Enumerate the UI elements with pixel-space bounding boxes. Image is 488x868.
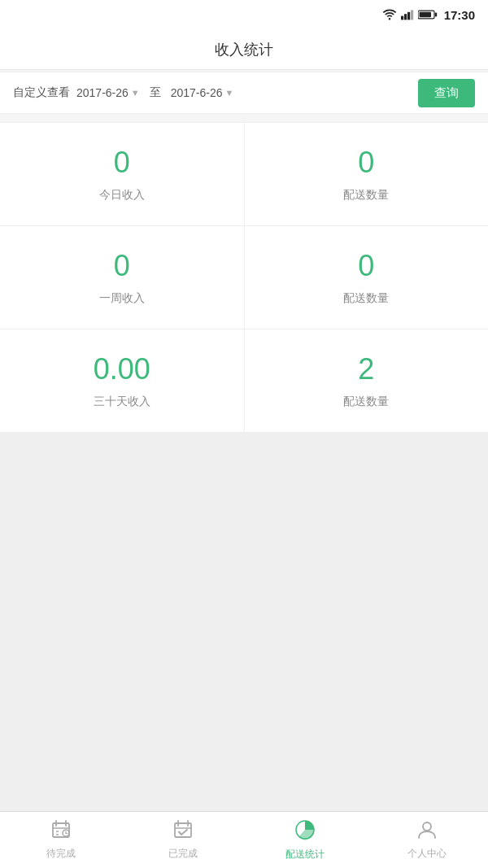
week-income-cell: 0 一周收入: [0, 226, 245, 329]
profile-icon: [416, 819, 438, 844]
month-income-cell: 0.00 三十天收入: [0, 329, 245, 432]
filter-bar: 自定义查看 2017-6-26 ▼ 至 2017-6-26 ▼ 查询: [0, 72, 488, 114]
svg-rect-1: [404, 14, 407, 20]
today-income-value: 0: [114, 146, 130, 180]
pending-icon: [50, 819, 72, 844]
week-income-value: 0: [114, 249, 130, 283]
filter-end-date[interactable]: 2017-6-26 ▼: [171, 86, 234, 99]
svg-rect-0: [401, 16, 403, 20]
week-income-label: 一周收入: [99, 291, 145, 306]
svg-rect-6: [434, 13, 436, 17]
done-icon: [172, 819, 194, 844]
filter-start-date[interactable]: 2017-6-26 ▼: [76, 86, 140, 99]
month-income-label: 三十天收入: [94, 395, 150, 409]
stats-section: 0 今日收入 0 配送数量 0 一周收入 0 配送数量 0.00 三十天收入 2…: [0, 122, 488, 433]
week-delivery-label: 配送数量: [343, 291, 389, 306]
month-income-value: 0.00: [94, 352, 150, 386]
tab-bar: 待完成 已完成 配送统计: [0, 811, 488, 868]
start-date-chevron-icon: ▼: [131, 88, 140, 98]
stats-row-today: 0 今日收入 0 配送数量: [0, 123, 488, 226]
page-title: 收入统计: [215, 40, 273, 59]
signal-icon: [401, 9, 414, 20]
month-delivery-cell: 2 配送数量: [245, 329, 489, 432]
week-delivery-value: 0: [358, 249, 374, 283]
tab-pending[interactable]: 待完成: [0, 812, 122, 868]
svg-rect-3: [411, 10, 413, 20]
month-delivery-label: 配送数量: [343, 395, 389, 409]
tab-done[interactable]: 已完成: [122, 812, 244, 868]
today-income-cell: 0 今日收入: [0, 123, 245, 225]
status-bar: 17:30: [0, 0, 488, 29]
tab-profile[interactable]: 个人中心: [366, 812, 488, 868]
delivery-stats-icon: [294, 818, 316, 844]
svg-rect-16: [175, 823, 191, 837]
page-header: 收入统计: [0, 29, 488, 70]
battery-icon: [418, 9, 438, 20]
status-time: 17:30: [444, 8, 475, 22]
filter-separator: 至: [150, 85, 161, 100]
gray-area: [0, 433, 488, 811]
today-delivery-value: 0: [358, 146, 374, 180]
svg-point-21: [423, 822, 431, 831]
stats-row-week: 0 一周收入 0 配送数量: [0, 226, 488, 329]
svg-rect-5: [419, 12, 430, 17]
end-date-chevron-icon: ▼: [225, 88, 234, 98]
stats-row-month: 0.00 三十天收入 2 配送数量: [0, 329, 488, 432]
tab-done-label: 已完成: [168, 847, 198, 861]
tab-profile-label: 个人中心: [407, 847, 447, 861]
wifi-icon: [382, 9, 397, 20]
svg-rect-2: [407, 12, 410, 20]
tab-pending-label: 待完成: [46, 847, 76, 861]
month-delivery-value: 2: [358, 352, 374, 386]
week-delivery-cell: 0 配送数量: [245, 226, 489, 329]
today-delivery-label: 配送数量: [343, 188, 389, 203]
today-delivery-cell: 0 配送数量: [245, 123, 489, 225]
tab-delivery-stats[interactable]: 配送统计: [244, 812, 366, 868]
today-income-label: 今日收入: [99, 188, 145, 203]
status-icons: [382, 9, 438, 20]
query-button[interactable]: 查询: [418, 79, 475, 107]
filter-label: 自定义查看: [13, 85, 70, 100]
tab-delivery-stats-label: 配送统计: [285, 848, 325, 861]
